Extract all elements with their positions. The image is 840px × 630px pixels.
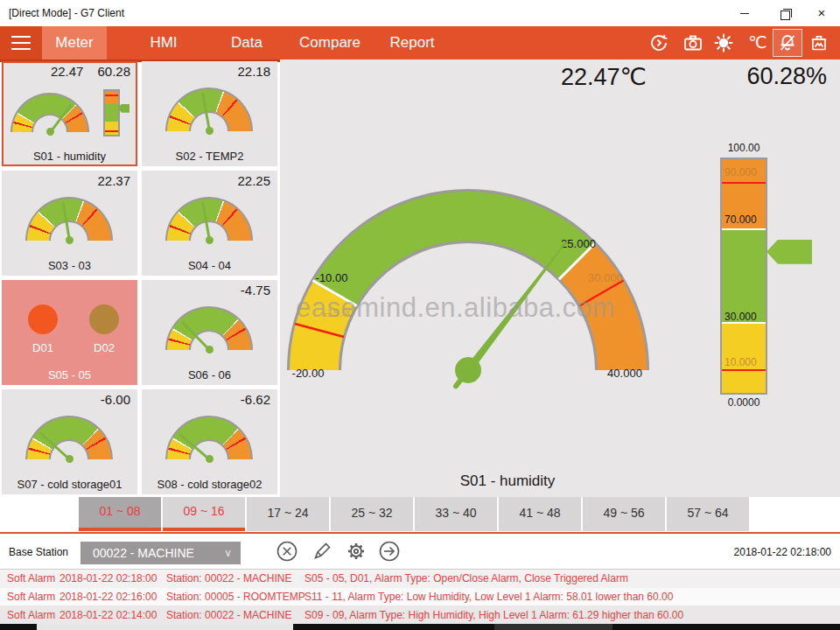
tab-meter[interactable]: Meter [42, 26, 107, 60]
dial-label-max: 40.000 [607, 367, 642, 380]
bar-label-zone-low: 30.000 [724, 311, 757, 323]
image-trash-icon[interactable] [807, 32, 831, 54]
alarm-log: Soft Alarm 2018-01-22 02:18:00 Station: … [0, 570, 840, 624]
selected-sensor-label: S01 - humidity [398, 472, 617, 490]
edit-icon[interactable] [311, 540, 333, 563]
base-station-bar: Base Station 00022 - MACHINE ∨ 2018-01-2… [0, 534, 840, 569]
dial-label-zone-high: 25.000 [561, 237, 596, 250]
alarm-row[interactable]: Soft Alarm 2018-01-22 02:16:00 Station: … [0, 588, 840, 606]
celsius-icon[interactable]: ℃ [746, 32, 770, 54]
group-tab-17-24[interactable]: 17 ~ 24 [247, 497, 329, 531]
taskbar-strip [0, 624, 840, 630]
tab-report[interactable]: Report [376, 26, 448, 60]
sensor-tile-s04[interactable]: 22.25 S04 - 04 [142, 171, 277, 276]
watermark: easemind.en.alibaba.com [296, 292, 615, 324]
settings-icon[interactable] [345, 540, 368, 563]
temperature-dial-gauge: -20.00 -10.00 -15.00 25.000 30.000 40.00… [284, 179, 661, 389]
camera-icon[interactable] [681, 32, 705, 54]
sensor-tile-s08[interactable]: -6.62 S08 - cold storage02 [142, 389, 277, 494]
mini-gauge [25, 416, 113, 459]
sensor-tile-s03[interactable]: 22.37 S03 - 03 [2, 171, 137, 276]
bar-label-alarm-high: 90.000 [724, 166, 757, 178]
menu-hamburger-icon[interactable] [0, 26, 42, 60]
mini-gauge [165, 88, 253, 131]
title-bar: [Direct Mode] - G7 Client × [0, 0, 840, 26]
clear-icon[interactable] [276, 540, 298, 563]
mini-gauge [165, 306, 253, 350]
chevron-down-icon: ∨ [224, 542, 232, 564]
group-tab-49-56[interactable]: 49 ~ 56 [583, 497, 665, 531]
group-tab-57-64[interactable]: 57 ~ 64 [667, 497, 749, 531]
digital-output-d02 [89, 304, 119, 334]
bar-label-min: 0.0000 [718, 396, 770, 409]
minimize-button[interactable] [732, 5, 758, 21]
dial-label-min: -20.00 [292, 367, 325, 380]
mini-gauge [25, 197, 113, 241]
nav-bar: Meter HMI Data Compare Report ℃ [0, 26, 840, 62]
group-tab-09-16[interactable]: 09 ~ 16 [163, 497, 245, 531]
bar-label-alarm-low: 10.000 [724, 356, 757, 368]
sensor-tile-s02[interactable]: 22.18 S02 - TEMP2 [142, 61, 277, 166]
channel-group-tabs: 01 ~ 08 09 ~ 16 17 ~ 24 25 ~ 32 33 ~ 40 … [79, 497, 749, 531]
restore-button[interactable] [772, 5, 798, 21]
mini-gauge [165, 416, 253, 459]
tab-hmi[interactable]: HMI [131, 26, 196, 60]
digital-output-d01 [28, 304, 58, 334]
dial-zone-green [335, 216, 578, 293]
dial-label-alarm-high: 30.000 [588, 271, 623, 284]
tile-values: 22.4760.28 [51, 64, 130, 79]
bar-alarm-line-high [722, 182, 766, 184]
sensor-tile-s01[interactable]: 22.4760.28 S01 - humidity [2, 61, 137, 166]
alarm-row[interactable]: Soft Alarm 2018-01-22 02:18:00 Station: … [0, 570, 840, 588]
sensor-tile-s06[interactable]: -4.75 S06 - 06 [142, 280, 277, 385]
sync-icon[interactable] [647, 32, 671, 54]
dial-label-zone-low: -10.00 [316, 271, 348, 284]
bar-alarm-line-low [722, 369, 766, 371]
group-tab-33-40[interactable]: 33 ~ 40 [415, 497, 497, 531]
group-tab-41-48[interactable]: 41 ~ 48 [499, 497, 581, 531]
humidity-reading: 60.28% [696, 63, 827, 90]
mini-bar-gauge [103, 89, 131, 136]
temperature-reading: 22.47℃ [503, 63, 704, 91]
base-station-dropdown[interactable]: 00022 - MACHINE ∨ [80, 542, 241, 564]
current-timestamp: 2018-01-22 02:18:00 [734, 546, 831, 558]
go-icon[interactable] [378, 540, 401, 563]
tab-data[interactable]: Data [214, 26, 279, 60]
mini-gauge [165, 197, 253, 241]
base-station-label: Base Station [9, 546, 68, 558]
window-title: [Direct Mode] - G7 Client [9, 7, 124, 19]
sensor-tile-s07[interactable]: -6.00 S07 - cold storage01 [2, 389, 137, 494]
group-tab-01-08[interactable]: 01 ~ 08 [79, 497, 161, 531]
bar-label-max: 100.00 [718, 142, 770, 154]
alarm-mute-icon[interactable] [773, 29, 802, 57]
mini-gauge [10, 93, 89, 132]
tab-compare[interactable]: Compare [293, 26, 367, 60]
close-button[interactable]: × [808, 5, 835, 21]
brightness-icon[interactable] [711, 32, 736, 54]
bar-label-zone-high: 70.000 [724, 214, 757, 226]
base-station-selected: 00022 - MACHINE [93, 546, 194, 560]
sensor-tile-s05[interactable]: D01 D02 S05 - 05 [2, 280, 137, 385]
alarm-row[interactable]: Soft Alarm 2018-01-22 02:14:00 Station: … [0, 606, 840, 624]
group-tab-25-32[interactable]: 25 ~ 32 [331, 497, 413, 531]
